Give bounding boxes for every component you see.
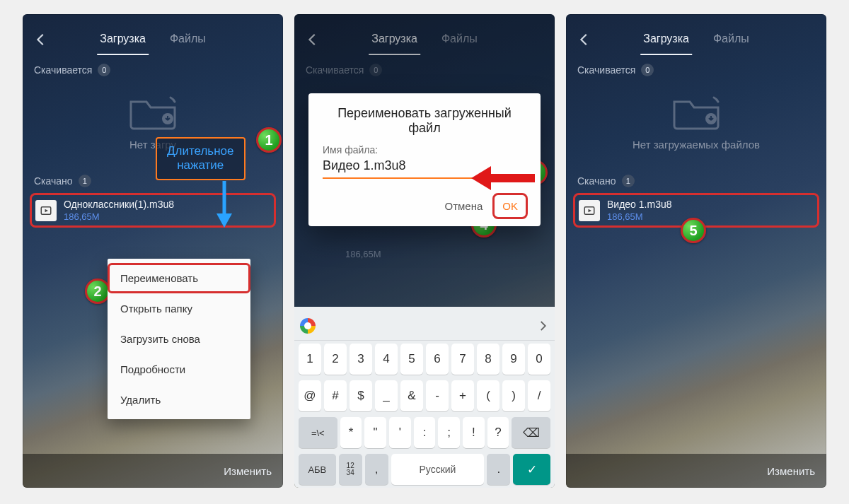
key-7[interactable]: 7 — [451, 344, 474, 375]
top-bar: Загрузка Файлы — [566, 14, 826, 55]
ghost-file-size: 186,65M — [345, 249, 381, 259]
video-file-icon — [35, 200, 57, 221]
arrow-down-icon — [214, 181, 235, 230]
file-size: 186,65M — [607, 211, 672, 222]
svg-marker-5 — [471, 166, 491, 190]
key-backspace[interactable]: ⌫ — [512, 417, 550, 448]
suggestion-bar — [294, 311, 555, 341]
context-menu: Переименовать Открыть папку Загрузить сн… — [108, 259, 250, 419]
empty-state: Нет загружаемых файлов — [566, 79, 826, 166]
key-&[interactable]: & — [400, 380, 423, 411]
key-1[interactable]: 1 — [299, 344, 321, 375]
key--[interactable]: - — [426, 380, 449, 411]
dialog-field-label: Имя файла: — [323, 144, 526, 156]
tab-files[interactable]: Файлы — [710, 33, 752, 55]
keyboard-row-4: АБВ 12 34 , Русский . ✓ — [294, 451, 555, 488]
key-comma[interactable]: , — [365, 454, 388, 485]
key-)[interactable]: ) — [502, 380, 525, 411]
google-icon[interactable] — [300, 318, 316, 334]
back-button[interactable] — [25, 24, 57, 55]
ctx-delete[interactable]: Удалить — [108, 385, 250, 415]
key-*[interactable]: * — [340, 417, 362, 448]
ctx-reload[interactable]: Загрузить снова — [108, 324, 250, 354]
footer-bar: Изменить — [566, 454, 826, 488]
section-downloaded-label: Скачано — [34, 175, 73, 187]
key-8[interactable]: 8 — [477, 344, 499, 375]
keyboard-row-1: 1234567890 — [294, 341, 555, 377]
key-space[interactable]: Русский — [391, 454, 485, 485]
key-period[interactable]: . — [487, 454, 510, 485]
ctx-details[interactable]: Подробности — [108, 354, 250, 385]
hint-long-press: Длительное нажатие — [156, 137, 246, 180]
top-bar: Загрузка Файлы — [23, 14, 283, 55]
key-;[interactable]: ; — [438, 417, 460, 448]
hint-line2: нажатие — [167, 158, 234, 172]
key-_[interactable]: _ — [375, 380, 398, 411]
key-mode-num[interactable]: 12 34 — [339, 454, 362, 485]
key-([interactable]: ( — [477, 380, 499, 411]
chevron-right-icon[interactable] — [536, 320, 549, 332]
keyboard-row-3: =\< *"':;!? ⌫ — [294, 414, 555, 451]
downloading-count: 0 — [98, 64, 110, 76]
key-![interactable]: ! — [463, 417, 485, 448]
keyboard-row-2: @#$_&-+()/ — [294, 377, 555, 414]
screen-3: Загрузка Файлы Скачивается 0 Нет загружа… — [566, 14, 826, 488]
step-badge-2: 2 — [85, 279, 110, 304]
screen-2: Загрузка Файлы Скачивается 0 186,65M Пер… — [294, 14, 555, 488]
file-item[interactable]: Одноклассники(1).m3u8 186,65M — [31, 194, 275, 226]
key-$[interactable]: $ — [350, 380, 372, 411]
key-2[interactable]: 2 — [324, 344, 347, 375]
key-6[interactable]: 6 — [426, 344, 449, 375]
edit-button[interactable]: Изменить — [224, 465, 272, 477]
dialog-cancel-button[interactable]: Отмена — [436, 194, 491, 218]
key-3[interactable]: 3 — [350, 344, 372, 375]
downloaded-count: 1 — [622, 175, 635, 187]
folder-download-icon — [670, 92, 722, 130]
section-downloading-label: Скачивается — [34, 64, 92, 76]
chevron-left-icon — [577, 32, 592, 47]
key-:[interactable]: : — [414, 417, 436, 448]
section-downloading-label: Скачивается — [577, 64, 635, 76]
ctx-rename[interactable]: Переименовать — [108, 263, 250, 293]
edit-button[interactable]: Изменить — [767, 465, 815, 477]
tab-download[interactable]: Загрузка — [97, 33, 149, 55]
key-@[interactable]: @ — [299, 380, 321, 411]
key-4[interactable]: 4 — [375, 344, 398, 375]
rename-dialog: Переименовать загруженный файл Имя файла… — [308, 93, 541, 226]
file-size: 186,65M — [64, 211, 174, 222]
ctx-open-folder[interactable]: Открыть папку — [108, 293, 250, 324]
key-9[interactable]: 9 — [502, 344, 525, 375]
svg-marker-3 — [216, 213, 232, 228]
key-/[interactable]: / — [528, 380, 550, 411]
key-'[interactable]: ' — [389, 417, 411, 448]
section-downloaded-label: Скачано — [577, 175, 616, 187]
section-downloading: Скачивается 0 — [566, 55, 826, 79]
dialog-title: Переименовать загруженный файл — [323, 106, 526, 136]
folder-download-icon — [127, 92, 179, 130]
downloaded-count: 1 — [79, 175, 91, 187]
tab-files[interactable]: Файлы — [167, 33, 209, 55]
key-+[interactable]: + — [451, 380, 474, 411]
arrow-left-icon — [471, 166, 535, 190]
empty-text: Нет загружаемых файлов — [633, 139, 760, 151]
back-button[interactable] — [569, 24, 600, 55]
section-downloading: Скачивается 0 — [23, 55, 283, 79]
section-downloaded: Скачано 1 — [566, 166, 826, 190]
file-name: Одноклассники(1).m3u8 — [64, 199, 174, 210]
file-name: Видео 1.m3u8 — [607, 199, 672, 210]
key-5[interactable]: 5 — [400, 344, 423, 375]
chevron-left-icon — [33, 32, 49, 47]
key-#[interactable]: # — [324, 380, 347, 411]
svg-rect-4 — [488, 174, 535, 182]
hint-line1: Длительное — [167, 144, 234, 158]
dialog-ok-button[interactable]: OK — [494, 194, 526, 218]
tab-download[interactable]: Загрузка — [640, 33, 692, 55]
key-"[interactable]: " — [364, 417, 386, 448]
key-enter[interactable]: ✓ — [513, 454, 550, 485]
on-screen-keyboard: 1234567890 @#$_&-+()/ =\< *"':;!? ⌫ АБВ … — [294, 307, 555, 488]
key-?[interactable]: ? — [487, 417, 509, 448]
key-mode-abc[interactable]: АБВ — [299, 454, 336, 485]
video-file-icon — [579, 200, 600, 221]
key-shift[interactable]: =\< — [299, 417, 337, 448]
key-0[interactable]: 0 — [528, 344, 550, 375]
